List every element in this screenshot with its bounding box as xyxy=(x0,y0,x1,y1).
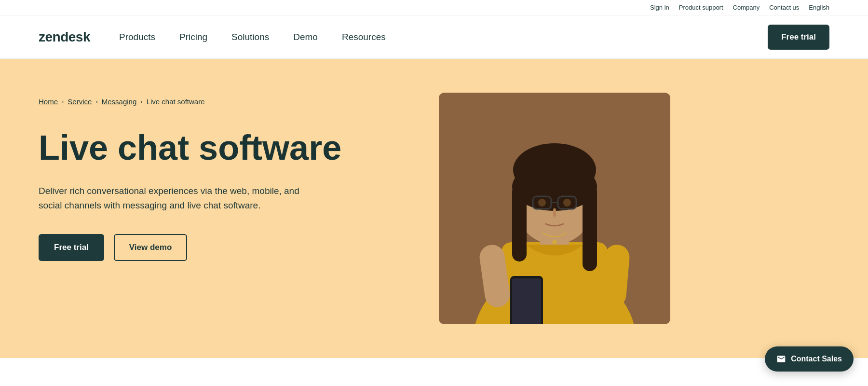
breadcrumb-messaging[interactable]: Messaging xyxy=(102,97,137,106)
language-selector[interactable]: English xyxy=(809,4,829,11)
nav-links: Products Pricing Solutions Demo Resource… xyxy=(119,32,768,42)
breadcrumb-current: Live chat software xyxy=(147,97,205,106)
utility-bar: Sign in Product support Company Contact … xyxy=(0,0,868,15)
nav-resources[interactable]: Resources xyxy=(342,32,386,42)
hero-content: Home › Service › Messaging › Live chat s… xyxy=(39,88,400,261)
svg-rect-7 xyxy=(583,184,597,271)
svg-point-12 xyxy=(538,199,546,207)
contact-sales-button[interactable]: Contact Sales xyxy=(765,346,854,372)
svg-rect-6 xyxy=(512,184,527,262)
breadcrumb-separator-3: › xyxy=(140,98,142,105)
hero-image-placeholder xyxy=(439,93,670,324)
hero-image xyxy=(439,93,670,324)
main-nav: zendesk Products Pricing Solutions Demo … xyxy=(0,15,868,59)
company-link[interactable]: Company xyxy=(733,4,760,11)
nav-demo[interactable]: Demo xyxy=(293,32,318,42)
svg-point-8 xyxy=(513,143,596,196)
logo[interactable]: zendesk xyxy=(39,29,90,45)
sign-in-link[interactable]: Sign in xyxy=(650,4,669,11)
breadcrumb-home[interactable]: Home xyxy=(39,97,58,106)
hero-buttons: Free trial View demo xyxy=(39,234,400,261)
envelope-icon xyxy=(776,354,786,364)
svg-point-13 xyxy=(563,199,571,207)
bottom-section: A guide to the 15 best live chat xyxy=(0,358,868,386)
product-support-link[interactable]: Product support xyxy=(679,4,723,11)
hero-free-trial-button[interactable]: Free trial xyxy=(39,234,104,261)
nav-free-trial-button[interactable]: Free trial xyxy=(768,25,829,50)
hero-view-demo-button[interactable]: View demo xyxy=(114,234,188,261)
hero-section: Home › Service › Messaging › Live chat s… xyxy=(0,59,868,358)
nav-solutions[interactable]: Solutions xyxy=(231,32,269,42)
nav-pricing[interactable]: Pricing xyxy=(179,32,207,42)
svg-rect-17 xyxy=(512,278,541,324)
hero-title: Live chat software xyxy=(39,130,400,166)
breadcrumb-separator-1: › xyxy=(62,98,64,105)
breadcrumb-separator-2: › xyxy=(95,98,97,105)
contact-us-link[interactable]: Contact us xyxy=(769,4,799,11)
breadcrumb-service[interactable]: Service xyxy=(68,97,92,106)
nav-products[interactable]: Products xyxy=(119,32,155,42)
svg-point-18 xyxy=(552,240,557,245)
contact-sales-label: Contact Sales xyxy=(791,355,842,363)
hero-person-illustration xyxy=(439,93,670,324)
hero-description: Deliver rich conversational experiences … xyxy=(39,184,309,213)
breadcrumb: Home › Service › Messaging › Live chat s… xyxy=(39,97,400,106)
